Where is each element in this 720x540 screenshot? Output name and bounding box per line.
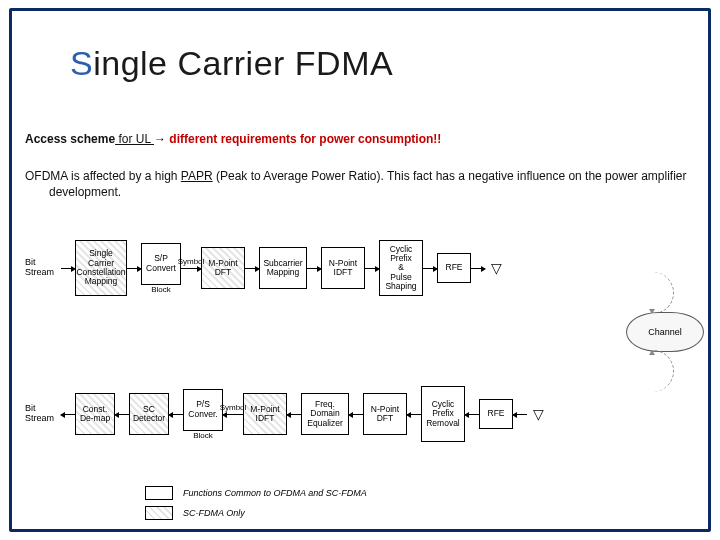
block-ps-convert: P/SConver.	[183, 389, 223, 431]
channel-cloud: Channel	[626, 312, 704, 352]
arrow-label-symbol: Symbol	[178, 257, 205, 266]
arrow-icon	[471, 268, 485, 269]
block-sc-detector: SCDetector	[129, 393, 169, 435]
block-const-demap: Const.De-map	[75, 393, 115, 435]
intro-lead: Access scheme	[25, 132, 115, 146]
desc-p1a: OFDMA is affected by a high	[25, 169, 181, 183]
title-rest: ingle Carrier FDMA	[93, 44, 393, 82]
arrow-icon	[287, 414, 301, 415]
sp-sublabel: Block	[151, 285, 171, 294]
block-m-point-idft: M-PointIDFT	[243, 393, 287, 435]
arrow-icon	[349, 414, 363, 415]
legend: Functions Common to OFDMA and SC-FDMA SC…	[145, 480, 367, 520]
arrow-icon	[61, 268, 75, 269]
legend-row-scfdma: SC-FDMA Only	[145, 506, 367, 520]
title-accent-letter: S	[70, 44, 93, 82]
arrow-icon: Symbol	[181, 268, 201, 269]
legend-label-scfdma: SC-FDMA Only	[183, 508, 245, 518]
channel-label: Channel	[626, 312, 704, 352]
arrow-icon	[61, 414, 75, 415]
intro-line: Access scheme for UL → different require…	[25, 132, 695, 146]
desc-papr: PAPR	[181, 169, 213, 183]
tx-chain: BitStream SingleCarrierConstellationMapp…	[25, 240, 704, 296]
block-single-carrier-mapping: SingleCarrierConstellationMapping	[75, 240, 127, 296]
arrow-icon	[513, 414, 527, 415]
legend-row-common: Functions Common to OFDMA and SC-FDMA	[145, 486, 367, 500]
legend-swatch-common	[145, 486, 173, 500]
block-diagram: BitStream SingleCarrierConstellationMapp…	[25, 216, 704, 526]
ps-sublabel: Block	[193, 431, 213, 440]
intro-arrow: →	[154, 132, 166, 146]
arrow-icon	[423, 268, 437, 269]
arrow-icon	[465, 414, 479, 415]
legend-swatch-scfdma	[145, 506, 173, 520]
slide-title: Single Carrier FDMA	[60, 44, 403, 83]
antenna-icon: ▽	[527, 407, 549, 421]
arrow-icon	[127, 268, 141, 269]
block-subcarrier-mapping: SubcarrierMapping	[259, 247, 307, 289]
block-sp-convert: S/PConvert	[141, 243, 181, 285]
arrow-icon	[115, 414, 129, 415]
block-n-point-idft: N-PointIDFT	[321, 247, 365, 289]
block-rfe-tx: RFE	[437, 253, 471, 283]
description: OFDMA is affected by a high PAPR (Peak t…	[25, 168, 695, 200]
block-freq-domain-equalizer: Freq.DomainEqualizer	[301, 393, 349, 435]
arrow-icon	[169, 414, 183, 415]
block-rfe-rx: RFE	[479, 399, 513, 429]
arrow-icon	[365, 268, 379, 269]
rx-output-label: BitStream	[25, 404, 61, 424]
block-n-point-dft: N-PointDFT	[363, 393, 407, 435]
block-m-point-dft: M-PointDFT	[201, 247, 245, 289]
arrow-icon	[307, 268, 321, 269]
arrow-icon	[407, 414, 421, 415]
arrow-icon	[245, 268, 259, 269]
tx-input-label: BitStream	[25, 258, 61, 278]
arrow-label-symbol: Symbol	[220, 403, 247, 412]
block-cyclic-prefix-pulse-shaping: CyclicPrefix&PulseShaping	[379, 240, 423, 296]
intro-for-ul: for UL	[115, 132, 154, 146]
rx-chain: BitStream Const.De-map SCDetector P/SCon…	[25, 386, 704, 442]
legend-label-common: Functions Common to OFDMA and SC-FDMA	[183, 488, 367, 498]
block-cyclic-prefix-removal: CyclicPrefixRemoval	[421, 386, 465, 442]
arrow-icon: Symbol	[223, 414, 243, 415]
intro-tail: different requirements for power consump…	[166, 132, 441, 146]
antenna-icon: ▽	[485, 261, 507, 275]
